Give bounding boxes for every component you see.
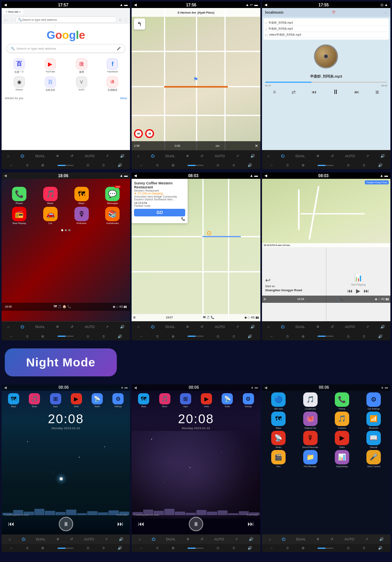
vol-n[interactable]: 🔊 [250, 154, 255, 158]
night3-app-voicecontrol[interactable]: 🎤 Voice Control [359, 450, 389, 468]
carnav-play-icon[interactable]: ▶ [356, 288, 360, 294]
carnav-fast-forward-icon[interactable]: ⏭ [364, 288, 369, 294]
back-n3[interactable]: ← [270, 546, 274, 550]
music-close[interactable]: → [383, 10, 387, 15]
power-c[interactable]: ⏻ [20, 325, 24, 329]
curve-n1[interactable]: ↗ [105, 537, 108, 541]
night3-app-bluetooth[interactable]: 📶 Bluetooth [359, 412, 389, 429]
snow-n[interactable]: ❄ [186, 154, 189, 158]
poi-phone-icon[interactable]: 📞 [134, 217, 185, 221]
tab-close[interactable]: × [19, 10, 21, 13]
vol-cn-r[interactable]: 🔊 [378, 334, 382, 338]
music-back[interactable]: ◀ [264, 3, 267, 7]
night3-app-kuwooo[interactable]: 🎵 Kuwooo [327, 412, 357, 429]
loop-n1[interactable]: ↺ [70, 537, 73, 541]
night3-app-soundrecorder[interactable]: 🎙 Sound Recorder [295, 431, 325, 448]
vol-n2[interactable]: 🔊 [249, 537, 253, 541]
night1-app-radio[interactable]: 📡 Radio [92, 393, 103, 408]
music-track1[interactable]: ♪ 半壶纱_刘珂矣.mp3 [265, 20, 387, 26]
home-icon[interactable]: ⌂ [7, 154, 9, 158]
back-m[interactable]: ← [270, 163, 274, 167]
music-progress-bar[interactable] [265, 82, 387, 83]
back-n[interactable]: ← [140, 163, 144, 167]
power-m[interactable]: ⏻ [281, 154, 284, 158]
back-c[interactable]: ← [10, 334, 13, 338]
night1-app-maps[interactable]: 🗺 Maps [8, 393, 19, 408]
shortcut-weibo[interactable]: 微 微博 [67, 58, 96, 74]
home-icon-n[interactable]: ⌂ [137, 154, 139, 158]
vol-n3-r[interactable]: 🔊 [378, 546, 382, 550]
power-icon[interactable]: ⏻ [20, 154, 24, 158]
menu-icon[interactable]: ⋮ [124, 18, 128, 22]
carplay-app-maps[interactable]: 🗺 Maps [67, 187, 96, 204]
home-c[interactable]: ⌂ [7, 325, 9, 329]
temp-slider-n[interactable] [188, 165, 204, 166]
nav-close[interactable]: ✕ [255, 144, 258, 148]
night3-app-avin[interactable]: 🎬 Avin [264, 450, 294, 468]
fan-m[interactable]: ⊕ [302, 163, 305, 167]
curve-cn[interactable]: ↗ [366, 325, 369, 329]
loop-c[interactable]: ↺ [70, 325, 74, 329]
fan-n2[interactable]: ⊕ [172, 546, 175, 550]
vol-n1-r[interactable]: 🔊 [118, 546, 122, 550]
shortcut-translate[interactable]: 译 百度翻译 [98, 76, 127, 92]
pause-icon[interactable]: ⏸ [332, 88, 339, 96]
night3-app-radio[interactable]: 📡 Radio [264, 431, 294, 448]
night1-prev[interactable]: ⏮ [8, 520, 14, 528]
night2-play-btn[interactable]: ⏸ [189, 517, 203, 531]
curve-n2[interactable]: ↗ [235, 537, 238, 541]
loop-n3[interactable]: ↺ [330, 537, 334, 541]
fan-n3[interactable]: ⊕ [302, 546, 305, 550]
night2-back[interactable]: ◀ [134, 386, 137, 390]
voice-icon[interactable]: 🎤 [117, 47, 121, 50]
power-n1[interactable]: ⏻ [22, 537, 25, 541]
night1-play-btn[interactable]: ⏸ [59, 517, 73, 531]
night3-app-originalcar[interactable]: 🐙 Original Car [295, 412, 325, 429]
temp-slider-m[interactable] [318, 165, 334, 166]
power-icon-n[interactable]: ⏻ [151, 154, 154, 158]
vol-c-r[interactable]: 🔊 [118, 334, 122, 338]
poi-go-button[interactable]: GO [134, 209, 185, 216]
forward-icon[interactable]: → [10, 18, 14, 22]
night2-app-apps[interactable]: ⊞ Apps [180, 393, 191, 408]
temp-slider-n3[interactable] [318, 548, 334, 549]
night2-app-music[interactable]: 🎵 Music [159, 393, 170, 408]
google-search-box[interactable]: 🔍 Search or type web address 🎤 [6, 44, 125, 53]
curve-m[interactable]: ↗ [366, 154, 369, 158]
night3-app-maps[interactable]: 🗺 Maps [264, 412, 294, 429]
power-n3[interactable]: ⏻ [282, 537, 285, 541]
star-icon[interactable]: ☆ [118, 18, 122, 22]
curve-icon[interactable]: ↗ [106, 154, 109, 158]
night1-next[interactable]: ⏭ [117, 520, 124, 528]
night3-app-carsettings[interactable]: ⚙ Car Settings [359, 392, 389, 410]
curve-n3[interactable]: ↗ [365, 537, 368, 541]
snow-icon[interactable]: ❄ [56, 154, 59, 158]
temp-slider[interactable] [58, 165, 74, 166]
shuffle-icon[interactable]: ⇄ [292, 89, 296, 95]
night1-app-settings[interactable]: ⚙ Settings [112, 393, 124, 408]
temp-slider-n2[interactable] [188, 548, 204, 549]
snow-n2[interactable]: ❄ [186, 537, 190, 541]
night3-app-filemanager[interactable]: 📁 File Manager [295, 450, 325, 468]
carplay-app-phone[interactable]: 📞 Phone [5, 187, 34, 204]
snow-cn[interactable]: ❄ [316, 325, 320, 329]
browser-tab[interactable]: + New tab × [3, 10, 23, 14]
fan-c[interactable]: ⊕ [41, 334, 44, 338]
back-p[interactable]: ← [140, 334, 144, 338]
loop-m[interactable]: ↺ [331, 154, 334, 158]
carplay-app-podcasts[interactable]: 🎙 Podcasts [67, 207, 96, 224]
night1-app-vedio[interactable]: ▶ Vedio [71, 393, 82, 408]
loop-cn[interactable]: ↺ [331, 325, 334, 329]
loop-n2[interactable]: ↺ [200, 537, 204, 541]
temp-slider-cn[interactable] [318, 336, 334, 337]
night2-next[interactable]: ⏭ [248, 520, 254, 528]
music-track2[interactable]: ♩ 半壶纱_刘珂矣.mp3 [265, 26, 387, 32]
vol-n3[interactable]: 🔊 [379, 537, 384, 541]
curve-p[interactable]: ↗ [236, 325, 239, 329]
nav-back[interactable]: ◀ [134, 3, 137, 7]
back-n1[interactable]: ← [10, 546, 13, 550]
temp-slider-c[interactable] [58, 336, 74, 337]
night3-app-360[interactable]: 🔵 360 view [264, 392, 294, 410]
vol-n1[interactable]: 🔊 [119, 537, 123, 541]
night3-app-localmusic[interactable]: 🎵 Localmusic [295, 392, 325, 410]
